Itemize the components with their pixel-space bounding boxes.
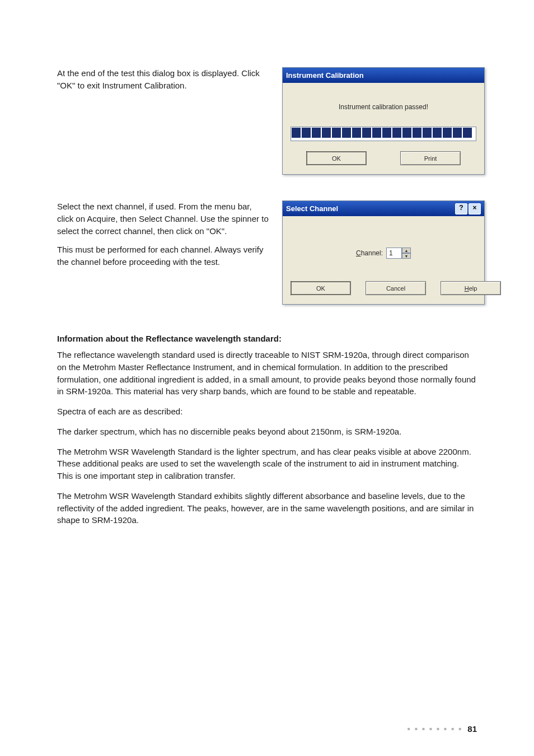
spinner-down-icon[interactable]: ▼: [402, 253, 411, 259]
dialog-select-channel: Select Channel ? × Channel: 1: [282, 200, 485, 305]
print-button[interactable]: Print: [400, 151, 461, 165]
dialog2-titlebar[interactable]: Select Channel ? ×: [283, 201, 484, 216]
progress-block: [302, 128, 311, 138]
channel-input[interactable]: 1: [386, 248, 402, 259]
channel-label: Channel:: [356, 249, 383, 257]
progress-block: [322, 128, 331, 138]
paragraph-select-channel-1: Select the next channel, if used. From t…: [57, 200, 270, 237]
ok-button[interactable]: OK: [291, 281, 351, 295]
close-icon[interactable]: ×: [469, 203, 481, 214]
info-p1: The reflectance wavelength standard used…: [57, 349, 477, 398]
channel-label-accel: C: [356, 249, 361, 257]
progress-block: [352, 128, 361, 138]
channel-label-rest: hannel:: [361, 249, 383, 257]
progress-block: [463, 128, 472, 138]
progress-block: [332, 128, 341, 138]
progress-block: [453, 128, 462, 138]
footer-dots-icon: ■ ■ ■ ■ ■ ■ ■ ■: [407, 726, 463, 731]
help-button-accel: H: [465, 285, 469, 292]
cancel-button[interactable]: Cancel: [366, 281, 426, 295]
progress-bar: [291, 127, 476, 141]
progress-block: [423, 128, 432, 138]
progress-block: [443, 128, 452, 138]
help-icon[interactable]: ?: [455, 203, 467, 214]
dialog1-message: Instrument calibration passed!: [291, 103, 476, 111]
progress-block: [342, 128, 351, 138]
help-button[interactable]: Help: [441, 281, 501, 295]
progress-block: [402, 128, 411, 138]
progress-block: [362, 128, 371, 138]
progress-block: [382, 128, 391, 138]
info-heading: Information about the Reflectance wavele…: [57, 334, 477, 343]
info-p2: Spectra of each are as described:: [57, 405, 477, 418]
info-p4: The Metrohm WSR Wavelength Standard is t…: [57, 446, 477, 482]
help-button-rest: elp: [469, 285, 477, 292]
page-footer: ■ ■ ■ ■ ■ ■ ■ ■ 81: [407, 724, 477, 734]
progress-block: [372, 128, 381, 138]
dialog2-title: Select Channel: [286, 204, 455, 213]
progress-block: [392, 128, 401, 138]
dialog1-titlebar[interactable]: Instrument Calibration: [283, 68, 484, 83]
progress-block: [433, 128, 442, 138]
page-number: 81: [467, 724, 477, 734]
dialog1-title: Instrument Calibration: [286, 71, 481, 80]
paragraph-select-channel-2: This must be performed for each channel.…: [57, 244, 270, 268]
spinner-up-icon[interactable]: ▲: [402, 248, 411, 253]
progress-block: [292, 128, 301, 138]
info-p5: The Metrohm WSR Wavelength Standard exhi…: [57, 490, 477, 526]
ok-button[interactable]: OK: [306, 151, 367, 165]
progress-block: [312, 128, 321, 138]
progress-block: [413, 128, 421, 138]
info-p3: The darker spectrum, which has no discer…: [57, 426, 477, 438]
paragraph-calibration-passed: At the end of the test this dialog box i…: [57, 67, 270, 92]
dialog-instrument-calibration: Instrument Calibration Instrument calibr…: [282, 67, 485, 175]
